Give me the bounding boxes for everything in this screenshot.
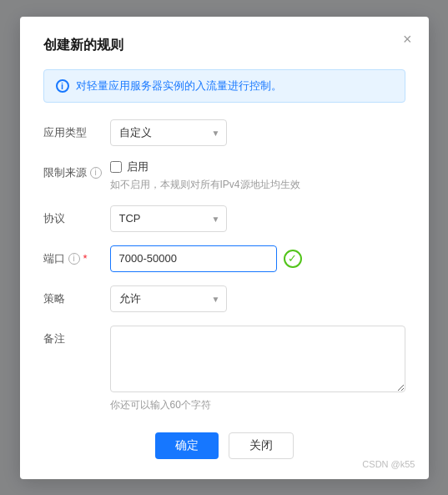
char-hint: 你还可以输入60个字符	[110, 398, 405, 412]
policy-content: 允许 拒绝 ▼	[110, 285, 405, 312]
dialog-footer: 确定 关闭	[43, 432, 405, 459]
app-type-row: 应用类型 自定义 HTTP HTTPS SSH RDP MySQL ▼	[43, 119, 405, 146]
app-type-content: 自定义 HTTP HTTPS SSH RDP MySQL ▼	[110, 119, 405, 146]
banner-text: 对轻量应用服务器实例的入流量进行控制。	[76, 78, 282, 93]
port-info-icon: i	[68, 253, 80, 265]
limit-source-row: 限制来源 i 启用 如不启用，本规则对所有IPv4源地址均生效	[43, 159, 405, 192]
dialog: 创建新的规则 × i 对轻量应用服务器实例的入流量进行控制。 应用类型 自定义 …	[20, 17, 429, 479]
dialog-title: 创建新的规则	[43, 37, 405, 54]
port-input[interactable]	[110, 245, 277, 272]
note-label: 备注	[43, 326, 110, 352]
limit-source-content: 启用 如不启用，本规则对所有IPv4源地址均生效	[110, 159, 405, 192]
policy-row: 策略 允许 拒绝 ▼	[43, 285, 405, 312]
port-input-wrapper: ✓	[110, 245, 405, 272]
policy-label: 策略	[43, 285, 110, 312]
port-content: ✓	[110, 245, 405, 272]
limit-source-info-icon: i	[90, 167, 102, 179]
note-row: 备注 你还可以输入60个字符	[43, 326, 405, 412]
policy-select[interactable]: 允许 拒绝	[110, 285, 227, 312]
note-textarea[interactable]	[110, 326, 405, 392]
port-required: *	[83, 245, 88, 272]
protocol-content: TCP UDP ICMP ▼	[110, 205, 405, 232]
app-type-select[interactable]: 自定义 HTTP HTTPS SSH RDP MySQL	[110, 119, 227, 146]
watermark: CSDN @k55	[362, 459, 415, 469]
info-icon: i	[56, 79, 69, 93]
limit-source-label: 限制来源 i	[43, 159, 110, 186]
info-banner: i 对轻量应用服务器实例的入流量进行控制。	[43, 69, 405, 103]
note-content: 你还可以输入60个字符	[110, 326, 405, 412]
app-type-select-wrapper: 自定义 HTTP HTTPS SSH RDP MySQL ▼	[110, 119, 227, 146]
port-valid-icon: ✓	[284, 250, 302, 268]
confirm-button[interactable]: 确定	[155, 432, 219, 459]
protocol-label: 协议	[43, 205, 110, 232]
enable-label: 启用	[127, 159, 148, 174]
enable-hint: 如不启用，本规则对所有IPv4源地址均生效	[110, 178, 405, 192]
protocol-select-wrapper: TCP UDP ICMP ▼	[110, 205, 227, 232]
dialog-overlay: 创建新的规则 × i 对轻量应用服务器实例的入流量进行控制。 应用类型 自定义 …	[0, 0, 448, 495]
enable-checkbox[interactable]	[110, 161, 122, 173]
protocol-row: 协议 TCP UDP ICMP ▼	[43, 205, 405, 232]
close-icon[interactable]: ×	[403, 32, 412, 47]
close-button[interactable]: 关闭	[229, 432, 294, 459]
policy-select-wrapper: 允许 拒绝 ▼	[110, 285, 227, 312]
enable-checkbox-row: 启用	[110, 159, 405, 174]
port-label: 端口 i *	[43, 245, 110, 272]
app-type-label: 应用类型	[43, 119, 110, 146]
protocol-select[interactable]: TCP UDP ICMP	[110, 205, 227, 232]
port-row: 端口 i * ✓	[43, 245, 405, 272]
